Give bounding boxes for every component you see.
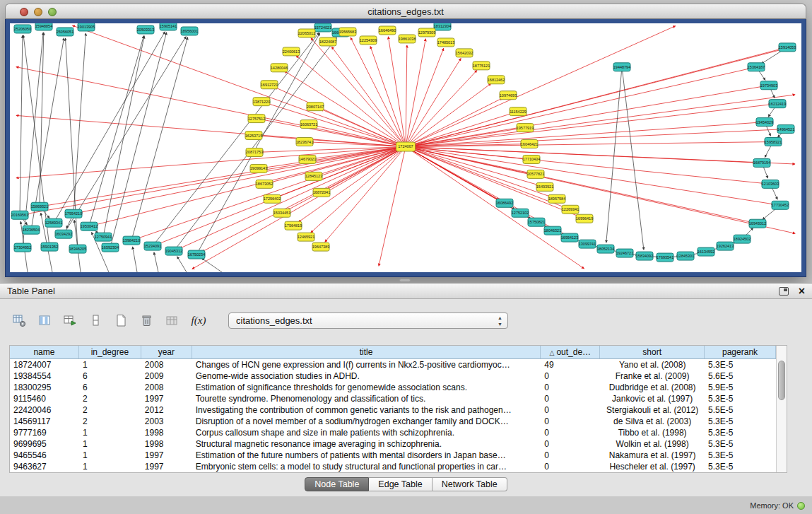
graph-node[interactable]: 18224087 [319,37,336,46]
graph-node[interactable]: 16253715 [245,132,262,140]
create-table-icon[interactable] [112,311,131,330]
graph-edge[interactable] [95,147,406,225]
graph-node[interactable]: 13454329 [756,118,773,127]
graph-node[interactable]: 15493921 [536,182,553,191]
graph-node[interactable]: 15724021 [314,23,331,32]
graph-node[interactable]: 18924502 [734,235,751,243]
graph-edge[interactable] [331,47,406,146]
graph-node[interactable]: 20577821 [527,170,544,178]
graph-node[interactable]: 18775121 [473,62,490,70]
graph-edge[interactable] [268,103,406,146]
graph-node[interactable]: 15958321 [765,138,782,146]
graph-node[interactable]: 12269341 [562,205,579,214]
graph-edge[interactable] [406,147,795,234]
import-table-icon[interactable] [163,311,182,330]
graph-node[interactable]: 16872041 [313,188,330,197]
graph-node[interactable]: 22065012 [298,29,315,37]
graph-node[interactable]: 14280046 [271,64,288,72]
function-builder-button[interactable]: f(x) [188,311,209,330]
graph-node[interactable]: 19246721 [616,249,633,257]
graph-node[interactable]: 13984210 [123,236,140,245]
graph-node[interactable]: 19565683 [339,28,356,36]
graph-node[interactable]: 19045312 [165,247,182,255]
graph-node[interactable]: 17304952 [14,243,31,252]
graph-edge[interactable] [406,147,795,165]
table-row[interactable]: 969969511998Structural magnetic resonanc… [10,438,776,450]
graph-edge[interactable] [192,147,406,269]
graph-node[interactable]: 16212419 [769,100,786,108]
graph-node[interactable]: 12589341 [45,218,62,227]
graph-node[interactable]: 18673052 [256,180,273,188]
column-header-pagerank[interactable]: pagerank [705,346,776,358]
graph-node[interactable]: 16943012 [749,219,766,228]
graph-node[interactable]: 17485013 [437,38,454,47]
graph-node[interactable]: 18052134 [597,245,614,253]
graph-edge[interactable] [622,67,644,250]
graph-node[interactable]: 15869321 [31,202,48,211]
window-titlebar[interactable]: citations_edges.txt [5,4,806,19]
table-chooser-combobox[interactable]: citations_edges.txt ▲▼ [228,313,508,329]
graph-node[interactable]: 20503313 [137,25,154,34]
table-scrollbar-thumb[interactable] [778,361,785,400]
network-canvas[interactable]: 2520605015948854250560511901390520503313… [10,23,801,272]
graph-node[interactable]: 14964521 [777,125,794,134]
graph-edge[interactable] [406,48,444,146]
graph-edge[interactable] [406,98,502,147]
graph-edge[interactable] [72,25,406,146]
graph-node[interactable]: 20807147 [307,103,324,111]
graph-node[interactable]: 15901352 [41,243,58,251]
graph-node[interactable]: 16750234 [188,250,205,259]
graph-node[interactable]: 16063721 [300,120,317,129]
column-header-year[interactable]: year [141,346,192,358]
graph-node[interactable]: 18046321 [544,226,561,235]
graph-node[interactable]: 17693541 [657,253,673,262]
graph-hub-node[interactable]: 1724067 [396,142,416,151]
table-options-icon[interactable] [10,311,29,330]
graph-node[interactable]: 16046421 [521,140,538,148]
graph-edge[interactable] [103,36,144,237]
graph-node[interactable]: 19577919 [517,124,534,132]
graph-node[interactable]: 25206050 [14,25,31,33]
table-row[interactable]: 1938455462009Genome-wide association stu… [10,370,776,382]
graph-node[interactable]: 18236741 [296,138,313,146]
graph-edge[interactable] [406,70,477,146]
graph-node[interactable]: 12757512 [248,115,265,123]
graph-node[interactable]: 12750941 [95,233,112,241]
table-row[interactable]: 946362711997Embryonic stem cells: a mode… [10,461,776,472]
graph-edge[interactable] [40,33,44,206]
tab-network-table[interactable]: Network Table [433,477,507,491]
graph-node[interactable]: 15905141 [160,23,177,30]
graph-edge[interactable] [158,147,406,244]
graph-edge[interactable] [406,45,407,147]
table-row[interactable]: 946554611997Estimation of the future num… [10,450,776,461]
graph-node[interactable]: 19262413 [717,242,734,250]
table-row[interactable]: 2242004622012Investigating the contribut… [10,404,776,416]
graph-node[interactable]: 17954210 [65,209,82,218]
column-header-in_degree[interactable]: in_degree [79,346,141,358]
graph-node[interactable]: 15750821 [528,218,545,226]
column-header-name[interactable]: name [10,346,79,358]
graph-node[interactable]: 17564819 [285,221,302,230]
column-header-title[interactable]: title [192,346,541,358]
graph-edge[interactable] [16,67,406,147]
graph-node[interactable]: 22400613 [283,47,300,56]
graph-edge[interactable] [131,37,188,241]
rows-icon[interactable] [86,311,105,330]
graph-node[interactable]: 13099741 [579,240,596,248]
graph-edge[interactable] [406,147,539,185]
graph-node[interactable]: 17730452 [772,201,789,209]
graph-node[interactable]: 15034451 [273,209,290,217]
graph-node[interactable]: 12979309 [418,28,435,37]
graph-node[interactable]: 13871220 [253,98,270,106]
graph-node[interactable]: 16912721 [261,81,278,89]
graph-edge[interactable] [26,147,406,214]
zoom-button[interactable] [48,8,57,16]
graph-node[interactable]: 19448794 [613,63,630,71]
graph-node[interactable]: 12752102 [512,209,529,217]
graph-node[interactable]: 17710434 [523,155,540,163]
graph-edge[interactable] [388,37,406,147]
graph-edge[interactable] [351,37,406,147]
graph-node[interactable]: 11154229 [510,107,526,116]
graph-edge[interactable] [406,113,512,146]
graph-node[interactable]: 19647389 [312,243,329,251]
